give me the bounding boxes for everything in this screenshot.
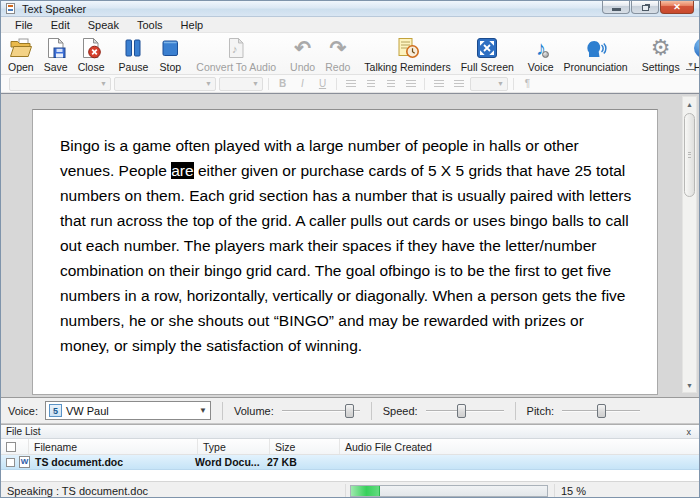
file-list-close-button[interactable]: x	[684, 427, 695, 437]
undo-button[interactable]: ↶ Undo	[285, 34, 320, 74]
document-text[interactable]: Bingo is a game often played with a larg…	[33, 110, 657, 358]
save-icon	[44, 35, 68, 61]
justify-button[interactable]	[402, 77, 419, 91]
minimize-button[interactable]	[602, 1, 630, 14]
voicebar-separator	[371, 402, 372, 420]
voice-button[interactable]: ♪ Voice	[523, 34, 559, 74]
pause-button[interactable]: Pause	[114, 34, 154, 74]
select-all-column-header[interactable]	[1, 439, 29, 454]
column-header-filename[interactable]: Filename	[29, 439, 198, 454]
menu-speak[interactable]: Speak	[79, 19, 128, 31]
file-list-panel-header: File List x	[1, 425, 699, 439]
underline-button[interactable]: U	[314, 77, 331, 91]
row-checkbox[interactable]	[6, 458, 15, 467]
close-document-button[interactable]: Close	[73, 34, 110, 74]
italic-button[interactable]: I	[294, 77, 311, 91]
close-window-button[interactable]: ✕	[660, 1, 694, 14]
color-combo[interactable]: ▼	[470, 77, 508, 91]
file-list-empty-area	[1, 470, 699, 481]
speed-slider-thumb[interactable]	[457, 404, 466, 418]
restore-icon	[642, 5, 649, 11]
menu-help[interactable]: Help	[172, 19, 213, 31]
file-list-panel: File List x Filename Type Size Audio Fil…	[1, 424, 699, 481]
help-icon: ?	[694, 35, 700, 61]
bullet-list-button[interactable]	[430, 77, 447, 91]
statusbar-separator	[554, 484, 555, 497]
restore-button[interactable]	[631, 1, 659, 14]
undo-icon: ↶	[294, 35, 311, 61]
volume-slider[interactable]	[282, 403, 360, 419]
fmtbar-separator	[336, 78, 337, 90]
pitch-slider[interactable]	[562, 403, 640, 419]
chevron-down-icon: ▼	[100, 80, 107, 87]
align-center-button[interactable]	[362, 77, 379, 91]
convert-to-audio-icon: ♪	[224, 35, 248, 61]
numbered-list-icon	[454, 80, 464, 87]
font-style-combo[interactable]: ▼	[114, 77, 216, 91]
scroll-up-icon[interactable]: ▲	[683, 97, 696, 111]
window-controls: ✕	[602, 1, 694, 14]
volume-slider-thumb[interactable]	[345, 404, 354, 418]
formatting-toolbar: ▼ ▼ ▼ B I U ▼ ¶	[1, 75, 699, 93]
word-document-icon: W	[19, 456, 30, 468]
file-list-column-headers: Filename Type Size Audio File Created	[1, 439, 699, 455]
full-screen-button[interactable]: Full Screen	[456, 34, 519, 74]
align-left-icon	[346, 80, 356, 87]
align-center-icon	[367, 80, 375, 87]
editor-scrollbar[interactable]: ▲ ▼	[682, 96, 697, 393]
voice-label: Voice:	[8, 405, 38, 417]
column-header-type[interactable]: Type	[198, 439, 270, 454]
editor-area: Bingo is a game often played with a larg…	[1, 93, 699, 398]
column-header-size[interactable]: Size	[270, 439, 340, 454]
voice-note-icon: ♪	[536, 35, 546, 61]
save-button[interactable]: Save	[39, 34, 73, 74]
volume-label: Volume:	[234, 405, 274, 417]
select-all-checkbox[interactable]	[6, 442, 16, 452]
convert-to-audio-button[interactable]: ♪ Convert To Audio	[191, 34, 281, 74]
font-family-combo[interactable]: ▼	[9, 77, 111, 91]
document-page[interactable]: Bingo is a game often played with a larg…	[32, 109, 658, 395]
numbered-list-button[interactable]	[450, 77, 467, 91]
title-bar[interactable]: Text Speaker ✕	[1, 1, 699, 17]
pronunciation-icon	[584, 35, 608, 61]
status-text: Speaking : TS document.doc	[7, 485, 148, 497]
chevron-down-icon: ▼	[199, 406, 207, 415]
column-header-audio-file-created[interactable]: Audio File Created	[340, 439, 699, 454]
align-right-icon	[387, 80, 395, 87]
pronunciation-button[interactable]: Pronunciation	[559, 34, 633, 74]
file-list-row-selected[interactable]: W TS document.doc Word Docu... 27 KB	[1, 455, 699, 470]
bold-button[interactable]: B	[274, 77, 291, 91]
spoken-word-highlight: are	[171, 162, 193, 179]
font-size-combo[interactable]: ▼	[219, 77, 263, 91]
scroll-down-icon[interactable]: ▼	[683, 378, 696, 392]
stop-icon	[158, 35, 182, 61]
voice-number-icon: 5	[49, 404, 62, 417]
toolbar-overflow-button[interactable]: ▾	[686, 61, 695, 70]
stop-button[interactable]: Stop	[153, 34, 187, 74]
fmtbar-separator	[424, 78, 425, 90]
redo-button[interactable]: ↷ Redo	[320, 34, 355, 74]
open-button[interactable]: Open	[3, 34, 39, 74]
align-right-button[interactable]	[382, 77, 399, 91]
voicebar-separator	[515, 402, 516, 420]
settings-button[interactable]: ⚙ Settings	[637, 34, 685, 74]
chevron-down-icon: ▼	[205, 80, 212, 87]
voice-select[interactable]: 5 VW Paul ▼	[45, 401, 211, 420]
statusbar-separator	[345, 484, 346, 497]
menu-edit[interactable]: Edit	[42, 19, 79, 31]
scrollbar-thumb[interactable]	[684, 113, 695, 197]
menu-tools[interactable]: Tools	[128, 19, 172, 31]
pitch-slider-thumb[interactable]	[597, 404, 606, 418]
open-folder-icon	[9, 35, 33, 61]
minimize-icon	[612, 8, 621, 11]
menu-bar: File Edit Speak Tools Help	[1, 17, 699, 33]
align-left-button[interactable]	[342, 77, 359, 91]
speed-slider[interactable]	[426, 403, 504, 419]
paragraph-marks-button[interactable]: ¶	[519, 77, 536, 91]
menu-file[interactable]: File	[6, 19, 42, 31]
row-size: 27 KB	[262, 456, 332, 468]
close-document-icon	[79, 35, 103, 61]
speed-label: Speed:	[383, 405, 418, 417]
talking-reminders-button[interactable]: Talking Reminders	[359, 34, 455, 74]
pause-icon	[121, 35, 145, 61]
